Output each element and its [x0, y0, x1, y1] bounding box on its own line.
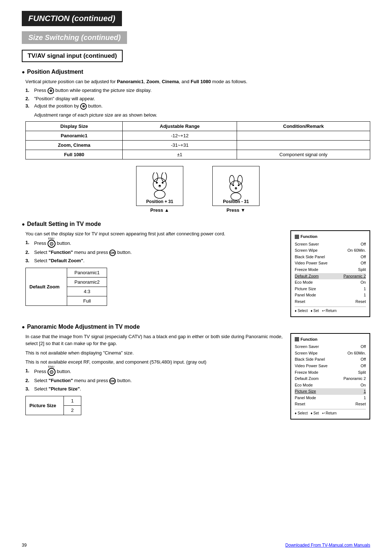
- svg-point-11: [238, 184, 240, 186]
- default-step-3: 3. Select "Default Zoom".: [25, 258, 283, 263]
- default-setting-osd: Function Screen SaverOff Screen WipeOn 6…: [290, 230, 370, 317]
- panoramic-body1: In case that the image from TV signal (e…: [25, 333, 283, 347]
- position-minus-illus: Position - 31 Press: [212, 166, 260, 213]
- col-condition-remark: Condition/Remark: [237, 122, 370, 131]
- table-row: Zoom, Cinema -31~+31: [26, 141, 370, 150]
- position-adjustment-title: Position Adjustment: [22, 69, 370, 75]
- table-row: Full 1080 ±1 Component signal only: [26, 150, 370, 159]
- main-header: FUNCTION (continued): [22, 11, 122, 26]
- svg-point-2: [153, 178, 166, 190]
- osd-footer-default: ♦ Select ♦ Set ↩ Return: [295, 307, 366, 314]
- position-adjustment-section: Position Adjustment Vertical picture pos…: [22, 69, 370, 213]
- osd-row-screen-wipe: Screen WipeOn 60Min.: [295, 247, 366, 254]
- adjustment-note: Adjustment range of each picture size ar…: [34, 112, 370, 119]
- svg-point-9: [230, 181, 242, 192]
- up-down-button-icon-2: ⊕: [80, 103, 87, 110]
- footer-link[interactable]: Downloaded From TV-Manual.com Manuals: [285, 543, 370, 548]
- panoramic-mode-left: In case that the image from TV signal (e…: [25, 333, 283, 422]
- panoramic-mode-content: In case that the image from TV signal (e…: [25, 333, 370, 422]
- pos-plus-label: Position + 31: [136, 199, 183, 204]
- osd-row-freeze: Freeze ModeSplit: [295, 267, 366, 273]
- panoramic-body3: This is not available except RF, composi…: [25, 358, 283, 366]
- osd-p-eco-mode: Eco ModeOn: [295, 382, 366, 389]
- sub-header: Size Switching (continued): [22, 31, 127, 44]
- osd-menu-panoramic: Function Screen SaverOff Screen WipeOn 6…: [290, 333, 370, 420]
- pos-minus-press: Press: [226, 207, 245, 213]
- position-plus-illus: Position + 31 Press: [136, 166, 183, 213]
- osd-footer-panoramic: ♦ Select ♦ Set ↩ Return: [295, 409, 366, 416]
- panoramic-step-2: 2. Select "Function" menu and press OK b…: [25, 378, 283, 384]
- table-row: Default Zoom Panoramic1: [26, 268, 107, 277]
- default-zoom-table: Default Zoom Panoramic1 Panoramic2 4:3 F…: [25, 268, 107, 306]
- svg-point-5: [159, 185, 161, 186]
- osd-p-picture-size: Picture Size1: [295, 388, 366, 395]
- position-plus-box: Position + 31: [136, 166, 183, 206]
- animal-down-icon: [221, 174, 250, 202]
- ok-button-icon: OK: [109, 250, 116, 256]
- page-footer: 39 Downloaded From TV-Manual.com Manuals: [22, 543, 370, 548]
- svg-point-7: [229, 175, 234, 184]
- picture-size-table: Picture Size 1 2: [25, 396, 81, 415]
- position-adjustment-body: Vertical picture position can be adjuste…: [25, 78, 370, 85]
- osd-row-video-power: Video Power SaveOff: [295, 260, 366, 267]
- osd-p-freeze: Freeze ModeSplit: [295, 369, 366, 376]
- osd-row-eco-mode: Eco ModeOn: [295, 279, 366, 286]
- svg-point-8: [238, 175, 242, 184]
- panoramic-osd: Function Screen SaverOff Screen WipeOn 6…: [290, 333, 370, 420]
- table-row: Picture Size 1: [26, 396, 81, 405]
- position-illustrations: Position + 31 Press: [25, 166, 370, 213]
- osd-p-video-power: Video Power SaveOff: [295, 363, 366, 369]
- position-minus-box: Position - 31: [212, 166, 260, 206]
- col-adjustable-range: Adjustable Range: [123, 122, 237, 131]
- osd-row-reset: ResetReset: [295, 299, 366, 305]
- osd-row-black-side: Black Side PanelOff: [295, 254, 366, 260]
- svg-point-3: [156, 182, 158, 183]
- menu-button-icon-2: ⊙: [48, 368, 56, 376]
- osd-p-reset: ResetReset: [295, 401, 366, 408]
- pos-minus-label: Position - 31: [213, 199, 259, 204]
- osd-icon: [295, 235, 299, 239]
- osd-p-screen-saver: Screen SaverOff: [295, 344, 366, 350]
- osd-row-picture-size: Picture Size1: [295, 286, 366, 292]
- osd-p-panel-mode: Panel Mode1: [295, 395, 366, 401]
- default-setting-section: Default Setting in TV mode You can set t…: [22, 221, 370, 317]
- osd-p-screen-wipe: Screen WipeOn 60Min.: [295, 350, 366, 357]
- osd-icon-2: [295, 337, 299, 341]
- osd-p-default-zoom: Default ZoomPanoramic 2: [295, 376, 366, 382]
- svg-point-6: [154, 190, 165, 198]
- step-2: 2. "Position" display will appear.: [25, 96, 370, 101]
- panoramic-mode-section: Panoramic Mode Adjustment in TV mode In …: [22, 324, 370, 422]
- step-1: 1. Press ⊕ button while operating the pi…: [25, 88, 370, 94]
- default-setting-body: You can set the display size for TV inpu…: [25, 230, 283, 238]
- panoramic-step-1: 1. Press ENU ⊙ button.: [25, 368, 283, 376]
- step-3: 3. Adjust the position by ⊕ button.: [25, 103, 370, 110]
- osd-p-black-side: Black Side PanelOff: [295, 356, 366, 363]
- page-number: 39: [22, 543, 26, 548]
- position-table: Display Size Adjustable Range Condition/…: [25, 121, 370, 159]
- default-step-1: 1. Press ENU ⊙ button.: [25, 240, 283, 248]
- svg-point-1: [162, 173, 167, 182]
- table-row: Panoramic1 -12~+12: [26, 131, 370, 141]
- osd-row-screen-saver: Screen SaverOff: [295, 241, 366, 248]
- osd-menu-default: Function Screen SaverOff Screen WipeOn 6…: [290, 230, 370, 317]
- up-down-button-icon: ⊕: [48, 88, 54, 94]
- svg-point-10: [232, 184, 234, 186]
- svg-point-0: [153, 173, 158, 182]
- panoramic-body2: This is not available when displaying "C…: [25, 349, 283, 357]
- animal-up-icon: [145, 173, 174, 200]
- ok-button-icon-2: OK: [109, 378, 116, 384]
- default-setting-left: You can set the display size for TV inpu…: [25, 230, 283, 312]
- panoramic-step-3: 3. Select "Picture Size".: [25, 386, 283, 392]
- svg-point-12: [235, 187, 237, 189]
- svg-point-4: [162, 182, 164, 183]
- default-setting-content: You can set the display size for TV inpu…: [25, 230, 370, 317]
- osd-row-panel-mode: Panel Mode1: [295, 292, 366, 299]
- menu-button-icon: ⊙: [48, 240, 56, 248]
- panoramic-mode-title: Panoramic Mode Adjustment in TV mode: [22, 324, 370, 330]
- col-display-size: Display Size: [26, 122, 123, 131]
- osd-row-default-zoom: Default ZoomPanoramic 2: [295, 273, 366, 280]
- default-setting-title: Default Setting in TV mode: [22, 221, 370, 227]
- tvav-header: TV/AV signal input (continued): [22, 50, 123, 62]
- default-step-2: 2. Select "Function" menu and press OK b…: [25, 250, 283, 256]
- pos-plus-press: Press: [150, 207, 169, 213]
